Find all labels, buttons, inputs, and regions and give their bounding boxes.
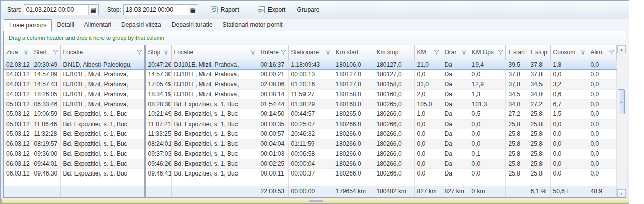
cell[interactable]: 0,0 — [550, 169, 588, 179]
filter-icon[interactable] — [23, 49, 29, 55]
table-row[interactable]: 06.03.1208:19:57Bd. Expozitiei, s. 1, Bu… — [4, 139, 616, 149]
cell[interactable]: 06.03.12 — [4, 139, 31, 149]
cell[interactable]: DJ101E, Mizil, Prahova, — [171, 90, 258, 100]
cell[interactable]: 25,8 — [505, 169, 528, 179]
cell[interactable]: 1.18:09:43 — [288, 60, 333, 70]
stop-date-field[interactable]: ▦ — [123, 4, 198, 15]
vertical-scrollbar[interactable]: ▲ ≡ ▼ — [617, 45, 626, 197]
grupare-button[interactable]: Grupare — [294, 5, 322, 15]
cell[interactable]: 25,8 — [505, 119, 528, 129]
cell[interactable]: Da — [442, 159, 469, 169]
filter-icon[interactable] — [608, 49, 615, 55]
cell[interactable]: Bd. Expozitiei, s. 1, Buc — [171, 149, 258, 159]
cell[interactable]: 10:21:49 — [145, 109, 171, 120]
cell[interactable]: 180265,0 — [374, 99, 414, 109]
column-header-locatie[interactable]: Locatie — [171, 45, 258, 60]
cell[interactable]: Da — [442, 60, 469, 70]
cell[interactable]: DJ101E, Mizil, Prahova, — [171, 60, 258, 70]
filter-icon[interactable] — [52, 49, 59, 55]
cell[interactable]: 0,0 — [469, 70, 505, 80]
cell[interactable]: Bd. Expozitiei, s. 1, Buc — [60, 149, 145, 159]
cell[interactable]: 0,0 — [414, 119, 442, 129]
cell[interactable]: 0,0 — [469, 139, 505, 149]
cell[interactable]: 0,1 — [469, 149, 505, 159]
cell[interactable]: 06.03.12 — [4, 169, 31, 179]
cell[interactable]: Bd. Expozitiei, s. 1, Buc — [60, 139, 145, 149]
cell[interactable]: 0,0 — [414, 129, 442, 139]
cell[interactable]: 11:59:27 — [288, 90, 333, 100]
cell[interactable]: 00:00:37 — [288, 169, 333, 179]
filter-icon[interactable] — [433, 49, 440, 55]
cell[interactable]: DJ101E, Mizil, Prahova, — [60, 90, 145, 100]
cell[interactable]: 00:14:50 — [258, 109, 288, 120]
cell[interactable]: 180266,0 — [374, 149, 414, 159]
cell[interactable]: Da — [442, 79, 469, 90]
cell[interactable]: 0,0 — [588, 169, 616, 179]
cell[interactable]: 14:57:30 — [145, 70, 171, 80]
cell[interactable]: 180266,0 — [333, 119, 374, 129]
table-row[interactable]: 02.03.1220:30:49DN1D, Albesti-Paleologu,… — [4, 60, 616, 70]
cell[interactable]: Da — [442, 90, 469, 100]
cell[interactable]: 00:00:04 — [288, 159, 333, 169]
cell[interactable]: 180127,0 — [333, 79, 374, 90]
cell[interactable]: 25,8 — [528, 119, 550, 129]
cell[interactable]: Bd. Expozitiei, s. 1, Buc — [60, 129, 145, 139]
cell[interactable]: 180266,0 — [374, 119, 414, 129]
cell[interactable]: DN1D, Albesti-Paleologu, — [60, 60, 145, 70]
cell[interactable]: 180106,0 — [333, 60, 374, 70]
cell[interactable]: 14:57:43 — [31, 79, 60, 90]
cell[interactable]: 00:01:03 — [258, 149, 288, 159]
cell[interactable]: 00:04:04 — [258, 139, 288, 149]
cell[interactable]: 05.03.12 — [4, 99, 31, 109]
cell[interactable]: 08:28:30 — [145, 99, 171, 109]
filter-icon[interactable] — [136, 49, 143, 55]
cell[interactable]: 00:06:58 — [288, 149, 333, 159]
cell[interactable]: 00:00:21 — [258, 70, 288, 80]
table-row[interactable]: 04.03.1214:57:43DJ101E, Mizil, Prahova,1… — [4, 79, 616, 90]
cell[interactable]: 0,0 — [550, 70, 588, 80]
table-row[interactable]: 05.03.1211:06:46Bd. Expozitiei, s. 1, Bu… — [4, 119, 616, 129]
cell[interactable]: Bd. Expozitiei, s. 1, Buc — [171, 159, 258, 169]
cell[interactable]: 11:33:25 — [145, 129, 171, 139]
cell[interactable]: Bd. Expozitiei, s. 1, Buc — [171, 109, 258, 120]
cell[interactable]: 20:46:32 — [288, 129, 333, 139]
cell[interactable]: 10:06:59 — [31, 109, 60, 120]
cell[interactable]: 0,0 — [469, 159, 505, 169]
cell[interactable]: 25,8 — [528, 149, 550, 159]
cell[interactable]: 09:46:30 — [31, 169, 60, 179]
cell[interactable]: 0,0 — [588, 149, 616, 159]
column-header-ziua[interactable]: Ziua — [4, 45, 31, 60]
cell[interactable]: DJ101E, Mizil, Prahova, — [60, 79, 145, 90]
cell[interactable]: 180127,0 — [374, 70, 414, 80]
export-button[interactable]: Export — [255, 4, 288, 15]
cell[interactable]: Bd. Expozitiei, s. 1, Buc — [171, 129, 258, 139]
cell[interactable]: 180266,0 — [374, 109, 414, 120]
cell[interactable]: 17:05:49 — [145, 79, 171, 90]
cell[interactable]: 19,4 — [469, 60, 505, 70]
cell[interactable]: 180127,0 — [374, 60, 414, 70]
cell[interactable]: Bd. Expozitiei, s. 1, Buc — [60, 169, 145, 179]
cell[interactable]: 11:32:28 — [31, 129, 60, 139]
splitter-grip[interactable] — [309, 200, 323, 202]
start-date-input[interactable] — [24, 5, 88, 15]
cell[interactable]: 14:57:09 — [31, 70, 60, 80]
tab-detalii[interactable]: Detalii — [52, 19, 79, 31]
cell[interactable]: 0,0 — [550, 119, 588, 129]
cell[interactable]: 04.03.12 — [4, 90, 31, 100]
cell[interactable]: 180266,0 — [374, 169, 414, 179]
cell[interactable]: 34,0 — [505, 99, 528, 109]
cell[interactable]: 37,8 — [528, 60, 550, 70]
cell[interactable]: 05.03.12 — [4, 129, 31, 139]
column-header-l-start[interactable]: L start — [505, 45, 528, 60]
cell[interactable]: 0,0 — [414, 70, 442, 80]
table-row[interactable]: 04.03.1214:57:09DJ101E, Mizil, Prahova,1… — [4, 70, 616, 80]
cell[interactable]: 02:08:06 — [258, 79, 288, 90]
column-header-start[interactable]: Start — [31, 45, 60, 60]
cell[interactable]: 25,8 — [528, 159, 550, 169]
horizontal-scrollbar[interactable] — [1, 199, 628, 203]
cell[interactable]: 02.03.12 — [4, 60, 31, 70]
cell[interactable]: 180266,0 — [374, 139, 414, 149]
column-header-alim[interactable]: Alim. — [588, 45, 616, 60]
filter-icon[interactable] — [461, 49, 467, 55]
cell[interactable]: 180266,0 — [333, 129, 374, 139]
